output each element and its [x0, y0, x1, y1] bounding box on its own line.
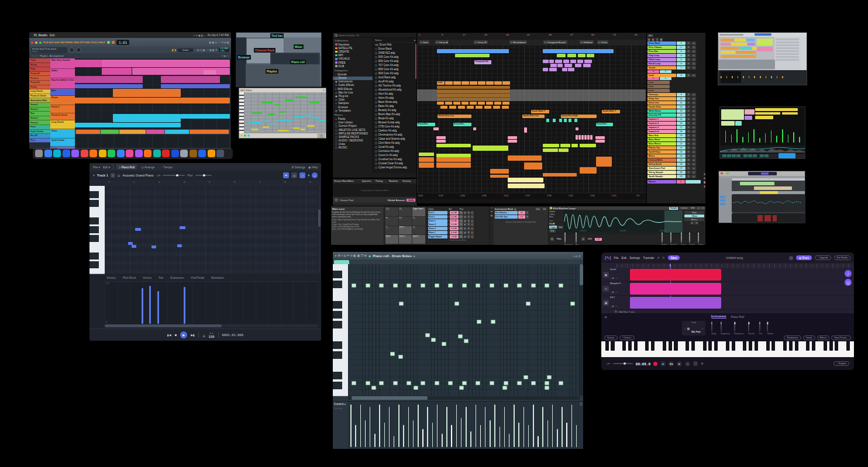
velocity-stem[interactable]: [504, 407, 505, 447]
midi-note[interactable]: [523, 375, 528, 379]
instrument-knob[interactable]: [759, 321, 760, 332]
track-volume-chip[interactable]: 0: [647, 77, 659, 80]
arrangement-clip[interactable]: [550, 64, 557, 67]
arrangement-clip[interactable]: [587, 135, 590, 140]
exit-studio-button[interactable]: Exit Studio: [834, 255, 850, 260]
st-menu-item[interactable]: File: [614, 256, 619, 260]
file-item[interactable]: ◫AG Techno Kit.adg: [373, 84, 417, 88]
filter-toggle[interactable]: ■: [550, 237, 554, 241]
file-item[interactable]: ◫Bowed Guitar.adg: [373, 120, 417, 124]
global-amount-value[interactable]: 100%: [407, 199, 415, 202]
midi-note[interactable]: [407, 283, 411, 288]
velocity-stem[interactable]: [748, 132, 749, 143]
track-arm-button[interactable]: ●: [691, 175, 696, 178]
velocity-stem[interactable]: [149, 286, 151, 324]
st-clip[interactable]: [630, 269, 721, 281]
midi-note[interactable]: [312, 117, 319, 119]
track-arm-button[interactable]: ●: [691, 117, 696, 121]
midi-note[interactable]: [545, 283, 549, 288]
piano-black-key[interactable]: [708, 341, 712, 351]
chain-solo[interactable]: S: [467, 211, 470, 215]
track-icon[interactable]: ◉: [603, 272, 609, 278]
piano-black-key[interactable]: [795, 341, 798, 351]
rack-chain-solo[interactable]: S: [526, 215, 529, 219]
piano-black-key[interactable]: [333, 372, 342, 379]
st-track-name[interactable]: Vocals: [610, 268, 629, 271]
track-meter-value[interactable]: 11: [677, 101, 686, 105]
midi-note[interactable]: [366, 381, 370, 385]
arrangement-clip[interactable]: [419, 157, 434, 162]
track-row[interactable]: Bass Reese 21 S ●: [647, 142, 706, 146]
chain-pan[interactable]: C: [459, 235, 463, 238]
track-name-chip[interactable]: Vocals: [647, 66, 676, 70]
track-row[interactable]: Extra Line 11 S ●: [647, 101, 706, 105]
piano-black-key[interactable]: [89, 226, 99, 233]
track-name-chip[interactable]: White Noise: [647, 109, 676, 113]
track-solo-button[interactable]: S: [686, 54, 691, 57]
piano-black-key[interactable]: [835, 341, 838, 351]
track-arm-button[interactable]: ●: [691, 101, 696, 105]
chain-hot[interactable]: ●: [471, 211, 474, 215]
chain-hot[interactable]: ●: [471, 235, 474, 238]
dock-app-icon[interactable]: [153, 150, 161, 157]
track-meter-value[interactable]: 10: [677, 97, 686, 101]
midi-note[interactable]: [526, 302, 531, 306]
track-name-chip[interactable]: Break Loop: [647, 62, 676, 65]
chain-row[interactable]: Snare 1 ▸ 0.0 dB C ■ S ●: [428, 219, 488, 223]
tab-sample[interactable]: Sample: [669, 207, 678, 210]
arrangement-clip[interactable]: Vocals Make Y: [531, 110, 549, 113]
file-item[interactable]: ◫Akustichord Kit.adg: [373, 88, 417, 92]
track-meter-value[interactable]: 28: [677, 171, 686, 174]
waveform-display[interactable]: 0:00.1500:00.3000:00.450: [563, 210, 683, 233]
arrangement-clip[interactable]: [584, 60, 592, 63]
playlist-track-header[interactable]: Long Chords: [50, 120, 75, 129]
mini-region[interactable]: [745, 116, 752, 120]
half-tempo-button[interactable]: :2: [690, 222, 694, 224]
control-label[interactable]: Control »: [334, 403, 346, 406]
track-meter-value[interactable]: 21: [677, 142, 686, 146]
mini-region[interactable]: [721, 109, 744, 120]
track-row[interactable]: Vocals Hum 12 S ●: [647, 105, 706, 109]
pattern-item[interactable]: Rise: [29, 112, 50, 116]
stop-button[interactable]: ■: [660, 361, 666, 366]
pattern-item[interactable]: Plucks: [29, 85, 50, 90]
mini-region[interactable]: [776, 44, 799, 46]
title-chevron[interactable]: ▸: [414, 254, 415, 258]
track-solo-button[interactable]: S: [686, 105, 691, 109]
chain-mute[interactable]: ■: [464, 227, 467, 230]
velocity-stem[interactable]: [538, 436, 539, 447]
arrangement-clip[interactable]: [508, 178, 543, 182]
piano-black-key[interactable]: [333, 311, 342, 319]
track-row[interactable]: Synth Keys 23 S ●: [647, 150, 706, 154]
velocity-stem[interactable]: [725, 130, 726, 143]
piano-black-key[interactable]: [605, 341, 609, 351]
track-arm-button[interactable]: ●: [691, 74, 696, 77]
mini-region[interactable]: [743, 154, 748, 157]
file-item[interactable]: ◫Bass Shots.adg: [373, 100, 417, 104]
track-name-chip[interactable]: Harmony: [647, 93, 676, 96]
pattern-item[interactable]: Long Chords: [29, 89, 50, 94]
track-row[interactable]: White Noise 13 S ●: [647, 109, 706, 113]
track-meter-value[interactable]: 1: [677, 41, 686, 45]
midi-note[interactable]: [263, 120, 268, 122]
track-name-chip[interactable]: Bass Reese: [647, 142, 676, 146]
velocity-lane[interactable]: 127 0: [105, 281, 318, 324]
arrangement-clip[interactable]: [580, 167, 597, 174]
arrangement-clip[interactable]: [467, 106, 474, 109]
arrangement-clip[interactable]: [546, 119, 549, 122]
arrangement-clip[interactable]: [502, 102, 509, 105]
track-meter-value[interactable]: 2: [677, 46, 686, 49]
velocity-stem[interactable]: [374, 434, 376, 447]
status-icons[interactable]: ◐ ≋ ▣ ◧ ⌂: [194, 34, 205, 37]
file-item[interactable]: ◫Coral Kit.adg: [373, 145, 417, 149]
view-tab[interactable]: ◔ Tempo: [159, 164, 174, 169]
mini-region[interactable]: [779, 153, 795, 158]
playlist-track-header[interactable]: Synth Chords: [50, 139, 75, 147]
piano-black-key[interactable]: [333, 382, 342, 389]
track-arm-button[interactable]: ●: [691, 126, 696, 129]
track-solo-button[interactable]: S: [686, 175, 691, 178]
track-row[interactable]: Delay Vox 10 S ●: [647, 97, 706, 101]
play-button[interactable]: ▶: [180, 331, 187, 338]
chain-volume[interactable]: 0.0 dB: [450, 219, 459, 223]
arrangement-clip[interactable]: Vocals Hum Low: [522, 115, 545, 118]
